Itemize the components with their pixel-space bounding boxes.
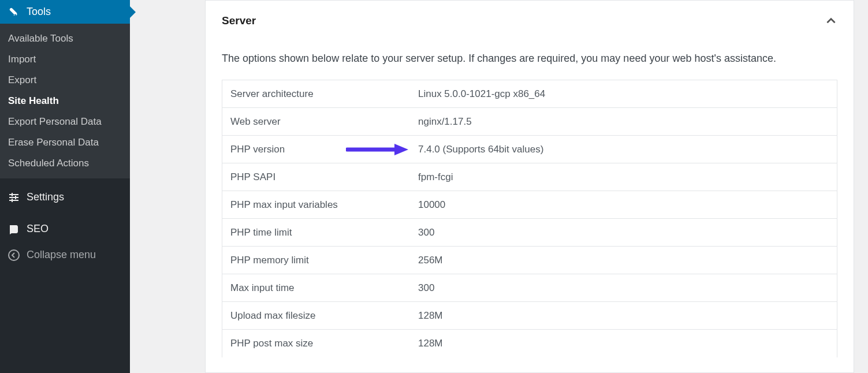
row-value: nginx/1.17.5	[410, 109, 837, 135]
table-row: PHP version 7.4.0 (Supports 64bit values…	[222, 136, 837, 163]
svg-rect-0	[9, 194, 18, 195]
yoast-icon	[7, 223, 21, 235]
table-row: PHP max input variables 10000	[222, 191, 837, 219]
row-label: PHP SAPI	[222, 165, 410, 190]
row-value: 7.4.0 (Supports 64bit values)	[410, 137, 837, 162]
row-label: Max input time	[222, 275, 410, 301]
row-value: 300	[410, 220, 837, 245]
panel-title: Server	[222, 14, 256, 27]
row-value: 128M	[410, 303, 837, 329]
submenu-site-health[interactable]: Site Health	[0, 91, 130, 111]
submenu-export[interactable]: Export	[0, 70, 130, 91]
sliders-icon	[7, 192, 21, 203]
svg-rect-1	[12, 193, 13, 196]
row-value: fpm-fcgi	[410, 165, 837, 190]
row-label: Web server	[222, 109, 410, 135]
table-row: PHP post max size 128M	[222, 330, 837, 357]
submenu-scheduled-actions[interactable]: Scheduled Actions	[0, 153, 130, 174]
row-label: Server architecture	[222, 81, 410, 107]
server-info-table: Server architecture Linux 5.0.0-1021-gcp…	[222, 80, 837, 357]
table-row: PHP time limit 300	[222, 219, 837, 247]
sidebar-section-label: Tools	[27, 6, 51, 18]
collapse-label: Collapse menu	[27, 249, 96, 261]
collapse-icon	[7, 249, 21, 261]
tools-submenu: Available Tools Import Export Site Healt…	[0, 24, 130, 178]
row-label: PHP post max size	[222, 331, 410, 356]
server-info-panel: Server The options shown below relate to…	[205, 0, 854, 373]
panel-header: Server	[206, 1, 854, 35]
table-row: Server architecture Linux 5.0.0-1021-gcp…	[222, 80, 837, 108]
main-content-area: Server The options shown below relate to…	[130, 0, 868, 373]
table-row: Upload max filesize 128M	[222, 302, 837, 330]
submenu-import[interactable]: Import	[0, 49, 130, 70]
svg-marker-8	[394, 144, 408, 155]
row-value: Linux 5.0.0-1021-gcp x86_64	[410, 81, 837, 107]
panel-description: The options shown below relate to your s…	[206, 35, 854, 73]
svg-rect-3	[15, 196, 16, 199]
wrench-icon	[7, 6, 21, 18]
row-value: 128M	[410, 331, 837, 356]
row-value: 300	[410, 275, 837, 301]
table-row: Max input time 300	[222, 274, 837, 302]
sidebar-item-tools[interactable]: Tools	[0, 0, 130, 24]
admin-sidebar: Tools Available Tools Import Export Site…	[0, 0, 130, 373]
collapse-menu-button[interactable]: Collapse menu	[0, 242, 130, 268]
row-value: 10000	[410, 192, 837, 218]
sidebar-item-label: SEO	[27, 223, 49, 235]
sidebar-item-seo[interactable]: SEO	[0, 216, 130, 242]
row-label: PHP time limit	[222, 220, 410, 245]
row-label: PHP memory limit	[222, 248, 410, 273]
table-row: PHP SAPI fpm-fcgi	[222, 163, 837, 191]
svg-rect-4	[9, 200, 18, 201]
row-label: Upload max filesize	[222, 303, 410, 329]
sidebar-item-label: Settings	[27, 191, 64, 203]
chevron-up-icon	[825, 14, 837, 27]
panel-toggle-button[interactable]	[825, 14, 837, 27]
submenu-available-tools[interactable]: Available Tools	[0, 28, 130, 49]
table-row: Web server nginx/1.17.5	[222, 108, 837, 136]
svg-rect-5	[12, 199, 13, 202]
submenu-erase-personal-data[interactable]: Erase Personal Data	[0, 132, 130, 153]
svg-point-6	[9, 250, 19, 260]
sidebar-item-settings[interactable]: Settings	[0, 184, 130, 210]
table-row: PHP memory limit 256M	[222, 247, 837, 274]
row-label: PHP max input variables	[222, 192, 410, 218]
row-value: 256M	[410, 248, 837, 273]
annotation-arrow	[346, 143, 409, 156]
svg-rect-2	[9, 197, 18, 198]
submenu-export-personal-data[interactable]: Export Personal Data	[0, 111, 130, 132]
